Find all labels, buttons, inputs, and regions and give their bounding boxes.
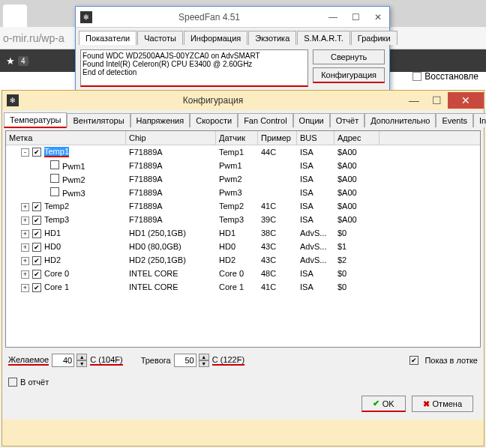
row-label: Pwm1 — [62, 162, 86, 171]
desired-input[interactable] — [52, 354, 74, 367]
row-checkbox[interactable] — [32, 270, 41, 279]
tree-toggle-icon[interactable]: + — [21, 270, 29, 279]
col-bus[interactable]: BUS — [297, 131, 334, 145]
row-checkbox[interactable] — [32, 243, 41, 252]
row-checkbox[interactable] — [32, 148, 41, 157]
speedfan-tab[interactable]: Экзотика — [248, 31, 296, 45]
cell-addr: $2 — [334, 255, 380, 264]
desired-spin-up[interactable]: ▲ — [76, 354, 87, 360]
col-sensor[interactable]: Датчик — [216, 131, 258, 145]
cell-bus: ISA — [297, 148, 334, 157]
cell-addr: $0 — [334, 269, 380, 278]
table-row[interactable]: +HD2HD2 (250,1GB)HD243CAdvS...$2 — [6, 253, 480, 267]
row-checkbox[interactable] — [32, 283, 41, 292]
table-row[interactable]: -Temp1F71889ATemp144CISA$A00 — [6, 145, 480, 159]
table-row[interactable]: +HD0HD0 (80,0GB)HD043CAdvS...$1 — [6, 240, 480, 253]
report-checkbox[interactable] — [8, 378, 17, 387]
chrome-restore-option[interactable]: Восстановле — [412, 71, 478, 82]
configuration-button[interactable]: Конфигурация — [313, 67, 385, 83]
chrome-tab[interactable] — [3, 4, 27, 27]
tree-toggle-icon[interactable]: + — [21, 257, 29, 265]
row-checkbox[interactable] — [32, 229, 41, 238]
cell-chip: INTEL CORE — [126, 269, 216, 278]
cell-sensor: Temp1 — [216, 148, 258, 157]
table-row[interactable]: Pwm2F71889APwm2ISA$A00 — [6, 172, 480, 186]
close-icon[interactable]: ✕ — [448, 92, 484, 109]
table-row[interactable]: +Temp2F71889ATemp241CISA$A00 — [6, 199, 480, 213]
cell-bus: ISA — [297, 215, 334, 224]
config-tab[interactable]: Температуры — [4, 112, 67, 128]
alarm-label: Тревога — [141, 356, 171, 365]
speedfan-title: SpeedFan 4.51 — [97, 12, 322, 22]
row-checkbox[interactable] — [32, 202, 41, 211]
table-row[interactable]: Pwm1F71889APwm1ISA$A00 — [6, 159, 480, 172]
col-chip[interactable]: Chip — [126, 131, 216, 145]
config-tab[interactable]: Events — [436, 113, 473, 127]
star-icon[interactable]: ★ — [6, 55, 15, 67]
tree-toggle-icon[interactable]: + — [21, 203, 29, 211]
cell-sensor: Pwm1 — [216, 161, 258, 170]
row-label: HD0 — [44, 242, 61, 251]
desired-spin-down[interactable]: ▼ — [76, 360, 87, 367]
config-tab[interactable]: Вентиляторы — [67, 113, 130, 127]
cell-sample: 39C — [258, 215, 297, 224]
maximize-icon[interactable]: ☐ — [344, 9, 367, 25]
config-tab[interactable]: Опции — [293, 113, 330, 127]
table-row[interactable]: +Core 1INTEL CORECore 141CISA$0 — [6, 280, 480, 294]
row-checkbox[interactable] — [32, 256, 41, 265]
maximize-icon[interactable]: ☐ — [425, 92, 448, 109]
report-label: В отчёт — [20, 378, 49, 387]
speedfan-titlebar[interactable]: ✻ SpeedFan 4.51 — ☐ ✕ — [76, 7, 389, 28]
speedfan-tab[interactable]: S.M.A.R.T. — [297, 31, 350, 45]
cell-addr: $1 — [334, 242, 380, 251]
cell-sample: 44C — [258, 148, 297, 157]
detection-log[interactable]: Found WDC WD2500AAJS-00YZCA0 on AdvSMART… — [80, 49, 308, 87]
cancel-button[interactable]: ✖ Отмена — [412, 396, 473, 412]
close-icon[interactable]: ✕ — [367, 9, 389, 25]
config-tab[interactable]: Напряжения — [130, 113, 190, 127]
speedfan-tab[interactable]: Графики — [351, 31, 398, 45]
config-tab[interactable]: Fan Control — [238, 113, 292, 127]
tray-checkbox[interactable] — [410, 356, 418, 365]
desired-suffix: C (104F) — [90, 355, 122, 366]
row-checkbox[interactable] — [50, 174, 59, 183]
config-tab[interactable]: Отчёт — [330, 113, 364, 127]
tree-toggle-icon[interactable]: + — [21, 230, 29, 238]
config-tab[interactable]: Дополнительно — [364, 113, 436, 127]
table-row[interactable]: +HD1HD1 (250,1GB)HD138CAdvS...$0 — [6, 226, 480, 240]
tree-toggle-icon[interactable]: - — [21, 148, 29, 157]
row-checkbox[interactable] — [50, 187, 59, 196]
alarm-spin-up[interactable]: ▲ — [199, 354, 209, 360]
table-row[interactable]: +Core 0INTEL CORECore 048CISA$0 — [6, 267, 480, 280]
tree-toggle-icon[interactable]: + — [21, 217, 29, 225]
speedfan-tab[interactable]: Информация — [184, 31, 248, 45]
minimize-icon[interactable]: — — [322, 9, 344, 25]
col-addr[interactable]: Адрес — [334, 131, 380, 145]
config-tab[interactable]: In — [473, 113, 486, 127]
alarm-spin-down[interactable]: ▼ — [199, 360, 209, 367]
row-label: Core 0 — [44, 269, 69, 278]
table-row[interactable]: Pwm3F71889APwm3ISA$A00 — [6, 186, 480, 199]
tree-toggle-icon[interactable]: + — [21, 243, 29, 252]
row-checkbox[interactable] — [32, 216, 41, 225]
speedfan-tab[interactable]: Показатели — [79, 31, 136, 45]
tree-toggle-icon[interactable]: + — [21, 284, 29, 292]
speedfan-tab[interactable]: Частоты — [137, 31, 183, 45]
collapse-button[interactable]: Свернуть — [313, 49, 385, 64]
cell-chip: F71889A — [126, 148, 216, 157]
row-checkbox[interactable] — [50, 160, 59, 169]
alarm-input[interactable] — [174, 354, 196, 367]
cell-sensor: HD2 — [216, 255, 258, 264]
ok-button[interactable]: ✔ OK — [362, 396, 406, 412]
col-sample[interactable]: Пример — [258, 131, 297, 145]
config-tab[interactable]: Скорости — [190, 113, 238, 127]
restore-label: Восстановле — [424, 71, 478, 82]
col-label[interactable]: Метка — [6, 131, 126, 145]
table-row[interactable]: +Temp3F71889ATemp339CISA$A00 — [6, 213, 480, 226]
tray-label: Показ в лотке — [424, 356, 478, 365]
cell-bus: AdvS... — [297, 228, 334, 237]
config-titlebar[interactable]: ✻ Конфигурация — ☐ ✕ — [2, 91, 484, 110]
minimize-icon[interactable]: — — [403, 92, 425, 109]
row-label: Temp3 — [44, 215, 69, 224]
restore-checkbox[interactable] — [412, 72, 422, 81]
